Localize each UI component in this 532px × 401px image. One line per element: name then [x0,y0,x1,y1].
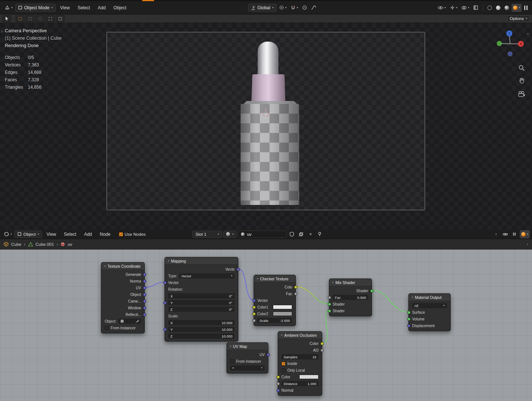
only-local-checkbox[interactable] [281,368,285,372]
socket-scale-in[interactable] [163,328,167,331]
socket-color2-in[interactable] [252,312,256,316]
navigation-gizmo[interactable]: Z X [496,30,524,58]
editor-type-3d-viewport-button[interactable]: ▾ [3,4,14,12]
socket-uv-out[interactable] [143,286,146,290]
mode-dropdown[interactable]: Object Mode ▾ [15,4,56,12]
proportional-falloff-button[interactable] [310,4,318,12]
socket-shader1-in[interactable] [328,303,331,306]
chevron-down-icon[interactable]: ▾ [257,277,258,280]
transform-orientation-dropdown[interactable]: Global ▾ [248,4,277,12]
toolbar-expand-icon[interactable]: › [1,29,3,34]
rotation-z-field[interactable]: Z0° [168,307,235,312]
target-dropdown[interactable]: All▾ [412,303,447,308]
socket-color-out[interactable] [294,286,297,289]
zoom-extents-button[interactable]: ↑ [492,231,500,238]
node-header[interactable]: ▾ Material Output [409,294,450,301]
color2-swatch[interactable] [273,312,292,316]
select-mode-box-button[interactable] [26,15,35,22]
socket-generated-out[interactable] [143,273,146,276]
select-mode-tweak-button[interactable] [16,15,25,22]
menu-select[interactable]: Select [74,1,93,14]
camera-view-button[interactable] [517,89,526,99]
socket-uv-out[interactable] [267,353,270,356]
scale-y-field[interactable]: Y10.000 [168,327,235,332]
from-instancer-checkbox[interactable] [105,326,109,330]
link-texcoord-uv-to-mapping-vector[interactable] [145,282,164,287]
distance-field[interactable]: Distance1.000 [281,381,319,386]
socket-normal-in[interactable] [277,389,280,392]
snap-target-button[interactable]: ▾ [278,4,288,12]
chevron-down-icon[interactable]: ▾ [230,345,231,348]
select-mode-lasso-button[interactable] [46,15,55,22]
scale-x-field[interactable]: X10.000 [168,320,235,325]
gizmo-y-axis[interactable] [497,41,502,46]
sidebar-expand-icon[interactable]: ‹ [527,242,528,247]
use-nodes-checkbox[interactable]: ✓ [119,232,123,237]
chevron-down-icon[interactable]: ▾ [104,265,106,267]
move-view-button[interactable] [517,76,526,85]
fac-field[interactable]: Fac0.500 [333,295,368,300]
menu-add[interactable]: Add [81,229,95,239]
socket-surface-in[interactable] [407,311,411,314]
chevron-down-icon[interactable]: ▾ [281,334,283,336]
socket-normal-out[interactable] [143,280,146,283]
3d-viewport[interactable]: Camera Perspective (1) Scene Collection … [0,23,532,229]
unlink-material-button[interactable]: × [306,231,314,238]
link-checker-color-to-mixshader-shader1[interactable] [296,287,329,304]
rotation-x-field[interactable]: X0° [168,293,235,299]
proportional-editing-button[interactable] [301,4,309,12]
link-mixshader-to-output-surface[interactable] [372,290,408,312]
browse-material-dropdown[interactable]: ▾ [223,231,236,238]
shading-rendered-button[interactable]: ▾ [512,4,522,12]
xray-toggle-button[interactable] [472,4,480,12]
socket-window-out[interactable] [143,306,146,310]
sidebar-expand-icon[interactable]: ‹ [527,31,529,36]
node-ambient-occlusion[interactable]: ▾ Ambient Occlusion Color AO Samples16 ✓… [278,331,322,396]
node-uv-map[interactable]: ▾ UV Map UV From Instancer ▾ [226,342,268,374]
select-mode-circle-button[interactable] [36,15,45,22]
chevron-down-icon[interactable]: ▾ [168,260,169,262]
link-ao-color-to-mixshader-shader2[interactable] [322,310,329,343]
socket-camera-out[interactable] [143,300,146,303]
breadcrumb-mesh[interactable]: Cube.001 [36,242,54,247]
rotation-y-field[interactable]: Y0° [168,300,235,305]
fake-user-button[interactable] [288,231,296,238]
socket-scale-in[interactable] [252,319,256,322]
menu-object[interactable]: Object [110,1,130,14]
socket-displacement-in[interactable] [407,324,411,327]
node-texture-coordinate[interactable]: ▾ Texture Coordinate Generate Norma UV O… [101,262,145,333]
gizmo-negative-z-axis[interactable] [508,52,512,56]
color1-swatch[interactable] [273,305,292,309]
pin-button[interactable] [316,231,324,238]
socket-color-in[interactable] [277,375,280,379]
breadcrumb-material[interactable]: uv [68,242,72,247]
node-material-output[interactable]: ▾ Material Output All▾ Surface Volume Di… [408,293,451,331]
ao-color-swatch[interactable] [299,375,319,379]
socket-distance-in[interactable] [277,382,280,385]
uv-map-dropdown[interactable]: ▾ [230,365,265,371]
scale-z-field[interactable]: Z10.000 [168,333,235,339]
snap-node-button[interactable] [510,231,519,238]
node-header[interactable]: ▾ Ambient Occlusion [278,332,322,339]
menu-select[interactable]: Select [61,229,79,239]
socket-color-out[interactable] [320,342,324,345]
shader-node-canvas[interactable]: ▾ Texture Coordinate Generate Norma UV O… [0,250,532,401]
overlays-dropdown[interactable]: ▾ [460,4,471,12]
material-slot-dropdown[interactable]: Slot 1 ▾ [192,231,222,238]
menu-view[interactable]: View [57,1,73,14]
node-header[interactable]: ▾ Mix Shader [329,279,372,286]
snapping-magnet-button[interactable]: ▾ [289,4,300,12]
breadcrumb-object[interactable]: Cube [11,242,22,247]
editor-type-shader-button[interactable]: ▾ [2,230,13,238]
inside-checkbox[interactable]: ✓ [281,362,285,366]
pause-render-button[interactable] [523,4,529,12]
node-mix-shader[interactable]: ▾ Mix Shader Shader Fac0.500 Shader Shad… [329,278,372,316]
menu-add[interactable]: Add [94,1,109,14]
samples-field[interactable]: Samples16 [281,354,319,359]
zoom-view-button[interactable] [517,63,526,73]
select-mode-extra-button[interactable] [56,15,65,22]
socket-shader-out[interactable] [370,289,373,293]
shading-material-button[interactable] [503,4,510,12]
active-tool-button[interactable] [2,15,11,22]
scale-field[interactable]: Scale-2.500 [257,318,292,323]
